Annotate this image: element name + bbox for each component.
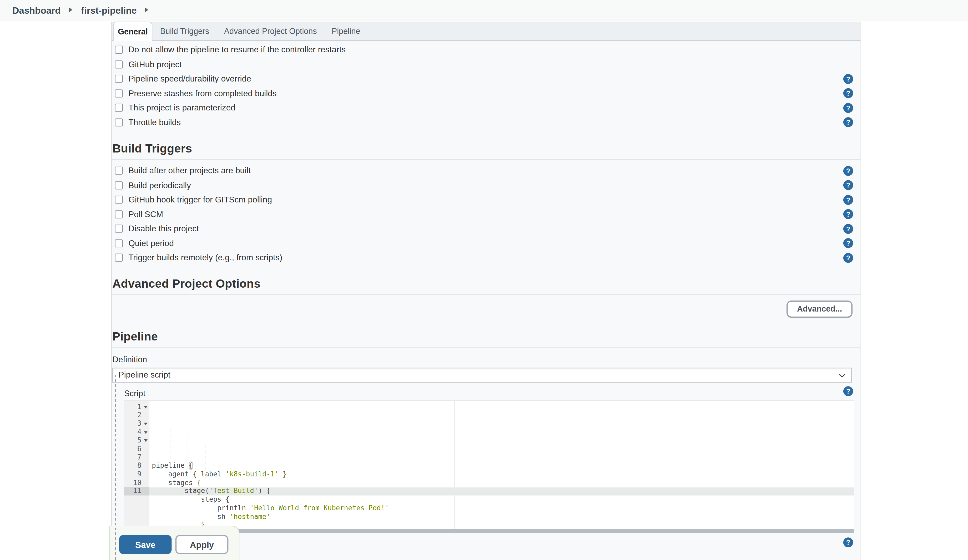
tab-general[interactable]: General <box>113 21 152 41</box>
option-label[interactable]: Build periodically <box>128 181 191 190</box>
definition-label: Definition <box>112 354 860 363</box>
option-label[interactable]: GitHub project <box>128 59 182 69</box>
gutter-line-6: 6 <box>124 445 149 453</box>
pipeline-heading: Pipeline <box>112 330 861 344</box>
code-token: sh <box>152 512 229 520</box>
script-label: Script <box>124 388 146 398</box>
tab-advanced-project-options[interactable]: Advanced Project Options <box>217 21 324 40</box>
checkbox-pipeline-speed-durability-override[interactable] <box>115 75 123 83</box>
code-line-6: println 'Hello World from Kubernetes Pod… <box>152 504 854 512</box>
code-line-1: pipeline { <box>152 462 854 470</box>
code-string-token: 'Test Build' <box>209 487 258 495</box>
checkbox-this-project-is-parameterized[interactable] <box>115 104 123 112</box>
help-icon[interactable]: ? <box>843 180 853 190</box>
checkbox-do-not-allow-the-pipeline-to-resume-if-the-controller-restarts[interactable] <box>115 46 123 54</box>
chevron-right-icon[interactable] <box>70 7 73 12</box>
help-icon[interactable]: ? <box>843 537 853 547</box>
option-label[interactable]: Quiet period <box>128 239 174 248</box>
option-label[interactable]: Throttle builds <box>128 118 181 127</box>
option-row-github-hook-trigger-for-gitscm-polling: GitHub hook trigger for GITScm polling? <box>112 192 861 207</box>
help-icon[interactable]: ? <box>843 195 853 205</box>
fold-arrow-icon[interactable] <box>144 423 148 425</box>
option-label[interactable]: Pipeline speed/durability override <box>128 74 251 83</box>
chevron-right-icon[interactable] <box>145 7 148 12</box>
checkbox-throttle-builds[interactable] <box>115 118 123 126</box>
option-row-pipeline-speed-durability-override: Pipeline speed/durability override? <box>112 71 861 86</box>
checkbox-github-hook-trigger-for-gitscm-polling[interactable] <box>115 196 123 204</box>
form-tree-line <box>115 375 116 560</box>
help-icon[interactable]: ? <box>843 386 853 396</box>
code-line-3: stages { <box>152 479 854 487</box>
help-icon[interactable]: ? <box>843 74 853 84</box>
code-line-7: sh 'hostname' <box>152 512 854 521</box>
checkbox-build-after-other-projects-are-built[interactable] <box>115 167 123 175</box>
script-section: Script ? 1234567891011 pipeline { agent … <box>124 387 854 533</box>
gutter-line-11: 11 <box>124 487 149 496</box>
option-label[interactable]: GitHub hook trigger for GITScm polling <box>128 195 272 204</box>
breadcrumb: Dashboard first-pipeline <box>0 0 968 20</box>
breadcrumb-item-first-pipeline[interactable]: first-pipeline <box>81 5 136 15</box>
save-button[interactable]: Save <box>119 535 171 554</box>
page: Dashboard first-pipeline GeneralBuild Tr… <box>0 0 968 560</box>
gutter-line-5: 5 <box>124 436 149 445</box>
option-row-poll-scm: Poll SCM? <box>112 207 861 221</box>
code-token: { <box>189 462 193 470</box>
option-label[interactable]: This project is parameterized <box>128 103 235 112</box>
code-string-token: 'hostname' <box>230 512 270 520</box>
build-triggers-heading: Build Triggers <box>112 142 861 156</box>
script-header: Script ? <box>124 387 854 396</box>
code-token: println <box>152 504 250 512</box>
save-apply-panel: Save Apply <box>109 526 239 560</box>
advanced-button-row: Advanced... <box>112 300 852 317</box>
code-token: } <box>278 470 287 479</box>
apply-button[interactable]: Apply <box>176 535 229 554</box>
code-line-5: steps { <box>152 496 854 504</box>
fold-arrow-icon[interactable] <box>144 439 148 442</box>
checkbox-quiet-period[interactable] <box>115 239 123 248</box>
help-icon[interactable]: ? <box>843 209 853 219</box>
option-row-this-project-is-parameterized: This project is parameterized? <box>112 101 861 115</box>
help-icon[interactable]: ? <box>843 253 853 263</box>
fold-arrow-icon[interactable] <box>144 431 148 433</box>
tab-build-triggers[interactable]: Build Triggers <box>153 21 217 40</box>
code-string-token: 'Hello World from Kubernetes Pod!' <box>250 504 389 512</box>
section-divider <box>112 159 861 160</box>
help-icon[interactable]: ? <box>843 166 853 176</box>
option-label[interactable]: Poll SCM <box>128 210 163 219</box>
checkbox-build-periodically[interactable] <box>115 181 123 189</box>
option-label[interactable]: Preserve stashes from completed builds <box>128 89 277 98</box>
code-token: stage( <box>152 487 209 495</box>
option-label[interactable]: Trigger builds remotely (e.g., from scri… <box>128 253 282 263</box>
help-icon[interactable]: ? <box>843 238 853 248</box>
gutter-line-4: 4 <box>124 428 149 436</box>
help-icon[interactable]: ? <box>843 224 853 234</box>
definition-select[interactable]: Pipeline script <box>112 368 852 382</box>
option-label[interactable]: Disable this project <box>128 224 199 233</box>
tab-pipeline[interactable]: Pipeline <box>324 21 368 40</box>
checkbox-trigger-builds-remotely-e-g-from-scripts[interactable] <box>115 254 123 262</box>
checkbox-poll-scm[interactable] <box>115 210 123 218</box>
checkbox-disable-this-project[interactable] <box>115 225 123 233</box>
gutter-line-10: 10 <box>124 479 149 487</box>
breadcrumb-item-dashboard[interactable]: Dashboard <box>12 5 61 15</box>
option-label[interactable]: Build after other projects are built <box>128 166 251 175</box>
checkbox-preserve-stashes-from-completed-builds[interactable] <box>115 89 123 97</box>
code-token: agent { label <box>152 470 225 479</box>
option-row-quiet-period: Quiet period? <box>112 236 861 251</box>
option-row-trigger-builds-remotely-e-g-from-scripts: Trigger builds remotely (e.g., from scri… <box>112 251 861 265</box>
gutter-line-9: 9 <box>124 470 149 479</box>
code-line-4: stage('Test Build') { <box>152 487 854 496</box>
help-icon[interactable]: ? <box>843 88 853 98</box>
editor-code-area[interactable]: pipeline { agent { label 'k8s-build-1' }… <box>149 401 854 529</box>
checkbox-github-project[interactable] <box>115 60 123 68</box>
fold-arrow-icon[interactable] <box>144 406 148 408</box>
option-row-throttle-builds: Throttle builds? <box>112 115 861 130</box>
code-line-2: agent { label 'k8s-build-1' } <box>152 470 854 479</box>
help-icon[interactable]: ? <box>843 103 853 113</box>
help-icon[interactable]: ? <box>843 117 853 127</box>
code-token: ) { <box>258 487 270 495</box>
code-token: stages { <box>152 479 201 487</box>
advanced-button[interactable]: Advanced... <box>787 300 852 317</box>
option-label[interactable]: Do not allow the pipeline to resume if t… <box>128 45 346 55</box>
code-token: steps { <box>152 496 229 504</box>
